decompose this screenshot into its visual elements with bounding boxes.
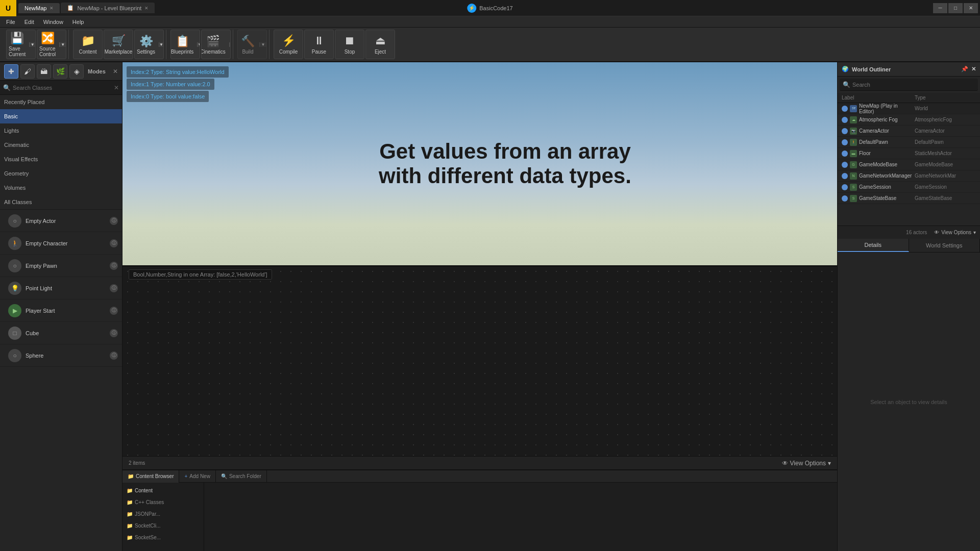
- mode-foliage-btn[interactable]: 🌿: [53, 64, 67, 79]
- tab-add-new[interactable]: + Add New: [179, 470, 215, 483]
- list-item-empty-pawn[interactable]: ○ Empty Pawn ⓘ: [0, 255, 122, 277]
- outliner-title: World Outliner: [852, 66, 891, 72]
- outliner-item-atm-fog[interactable]: ☁ Atmospheric Fog AtmosphericFog: [838, 114, 980, 126]
- menu-window[interactable]: Window: [39, 18, 67, 26]
- search-clear-icon[interactable]: ✕: [114, 84, 119, 91]
- viewport[interactable]: Index:2 Type: String value:HelloWorld In…: [122, 62, 837, 265]
- build-button[interactable]: 🔨 Build ▼: [237, 30, 267, 59]
- source-arrow[interactable]: ▼: [59, 42, 66, 47]
- outliner-item-newmap[interactable]: 🗺 NewMap (Play in Editor) World: [838, 103, 980, 114]
- mode-landscape-btn[interactable]: 🏔: [37, 64, 51, 79]
- search-input[interactable]: [13, 85, 112, 91]
- outliner-netmgr-label: GameNetworkManager: [859, 173, 913, 179]
- outliner-item-gamesession[interactable]: S GameSession GameSession: [838, 182, 980, 193]
- minimize-button[interactable]: ─: [933, 3, 947, 13]
- tab-newmap-close[interactable]: ✕: [50, 6, 54, 11]
- tab-level-blueprint[interactable]: 📋 NewMap - Level Blueprint ✕: [61, 3, 155, 13]
- sidebar-item-jsonpar[interactable]: 📁 JSONPar...: [122, 508, 204, 519]
- eject-button[interactable]: ⏏ Eject: [365, 30, 395, 59]
- empty-character-info[interactable]: ⓘ: [110, 239, 118, 247]
- tab-newmap-label: NewMap: [24, 5, 46, 11]
- cinematics-arrow[interactable]: ▼: [229, 42, 231, 47]
- list-item-empty-character[interactable]: 🚶 Empty Character ⓘ: [0, 232, 122, 255]
- netmgr-type-icon: N: [850, 172, 857, 180]
- outliner-search-input[interactable]: [852, 82, 975, 88]
- save-label: Save Current: [9, 46, 26, 57]
- outliner-item-gamemode[interactable]: G GameModeBase GameModeBase: [838, 159, 980, 170]
- sidebar-item-content[interactable]: 📁 Content: [122, 485, 204, 496]
- cinematics-button[interactable]: 🎬 Cinematics ▼: [201, 30, 231, 59]
- modes-close[interactable]: ✕: [113, 68, 118, 75]
- viewport-title: Get values from an array with different …: [379, 139, 631, 189]
- tab-search-folder[interactable]: 🔍 Search Folder: [216, 470, 267, 483]
- menu-edit[interactable]: Edit: [20, 18, 38, 26]
- list-item-point-light[interactable]: 💡 Point Light ⓘ: [0, 277, 122, 299]
- save-current-button[interactable]: 💾 Save Current ▼: [6, 30, 36, 59]
- view-options-button[interactable]: 👁 View Options ▾: [782, 460, 831, 467]
- sidebar-item-socketse[interactable]: 📁 SocketSe...: [122, 532, 204, 543]
- list-item-player-start[interactable]: ▶ Player Start ⓘ: [0, 299, 122, 322]
- build-arrow[interactable]: ▼: [259, 42, 266, 47]
- cube-info[interactable]: ⓘ: [110, 329, 118, 337]
- content-browser-icon: 📁: [128, 473, 134, 479]
- category-volumes[interactable]: Volumes: [0, 181, 122, 195]
- actors-count: 16 actors: [902, 229, 931, 236]
- stop-button[interactable]: ⏹ Stop: [335, 30, 364, 59]
- list-item-cube[interactable]: □ Cube ⓘ: [0, 322, 122, 344]
- compile-button[interactable]: ⚡ Compile: [274, 30, 303, 59]
- category-lights[interactable]: Lights: [0, 123, 122, 138]
- tab-blueprint-close[interactable]: ✕: [144, 6, 149, 11]
- maximize-button[interactable]: □: [948, 3, 963, 13]
- category-cinematic[interactable]: Cinematic: [0, 138, 122, 152]
- sidebar-item-socketcli[interactable]: 📁 SocketCli...: [122, 520, 204, 531]
- list-item-sphere[interactable]: ○ Sphere ⓘ: [0, 344, 122, 367]
- settings-arrow[interactable]: ▼: [159, 42, 163, 47]
- category-visual-effects[interactable]: Visual Effects: [0, 152, 122, 166]
- pause-button[interactable]: ⏸ Pause: [304, 30, 334, 59]
- category-all-classes[interactable]: All Classes: [0, 195, 122, 209]
- atm-type-icon: ☁: [850, 116, 857, 123]
- settings-button[interactable]: ⚙️ Settings ▼: [134, 30, 164, 59]
- blueprints-arrow[interactable]: ▼: [197, 42, 200, 47]
- tab-details[interactable]: Details: [838, 239, 909, 252]
- mode-paint-btn[interactable]: 🖌: [20, 64, 35, 79]
- category-geometry[interactable]: Geometry: [0, 166, 122, 181]
- empty-actor-info[interactable]: ⓘ: [110, 217, 118, 225]
- outliner-item-floor[interactable]: ▬ Floor StaticMeshActor: [838, 148, 980, 159]
- outliner-close[interactable]: ✕: [971, 66, 976, 72]
- mode-geometry-btn[interactable]: ◈: [69, 64, 84, 79]
- sidebar-item-cpp[interactable]: 📁 C++ Classes: [122, 496, 204, 508]
- category-basic[interactable]: Basic: [0, 109, 122, 123]
- list-item-empty-actor[interactable]: ○ Empty Actor ⓘ: [0, 210, 122, 232]
- empty-pawn-info[interactable]: ⓘ: [110, 262, 118, 270]
- source-control-button[interactable]: 🔀 Source Control ▼: [37, 30, 66, 59]
- sphere-info[interactable]: ⓘ: [110, 352, 118, 360]
- point-light-info[interactable]: ⓘ: [110, 284, 118, 292]
- mode-place-btn[interactable]: ✚: [4, 64, 18, 79]
- blueprints-button[interactable]: 📋 Blueprints ▼: [170, 30, 200, 59]
- outliner-item-gamestate[interactable]: S GameStateBase GameStateBase: [838, 193, 980, 204]
- outliner-view-options-btn[interactable]: 👁 View Options ▾: [934, 230, 976, 235]
- add-new-icon: +: [184, 473, 187, 479]
- close-button[interactable]: ✕: [964, 3, 978, 13]
- player-start-label: Player Start: [26, 308, 106, 314]
- outliner-camera-label: CameraActor: [859, 128, 913, 134]
- menu-file[interactable]: File: [2, 18, 19, 26]
- category-recently-placed[interactable]: Recently Placed: [0, 95, 122, 109]
- marketplace-button[interactable]: 🛒 Marketplace: [104, 30, 133, 59]
- outliner-camera-type: CameraActor: [915, 128, 976, 134]
- tab-newmap[interactable]: NewMap ✕: [18, 3, 60, 13]
- tab-world-settings[interactable]: World Settings: [909, 239, 981, 252]
- outliner-item-defaultpawn[interactable]: 🚶 DefaultPawn DefaultPawn: [838, 137, 980, 148]
- index-output-2: Index:2 Type: String value:HelloWorld: [127, 66, 229, 78]
- view-options2-label: View Options: [941, 230, 971, 235]
- content-button[interactable]: 📁 Content: [73, 30, 103, 59]
- save-arrow[interactable]: ▼: [29, 42, 35, 47]
- outliner-item-netmgr[interactable]: N GameNetworkManager GameNetworkMar: [838, 170, 980, 182]
- tab-content-browser[interactable]: 📁 Content Browser: [122, 470, 179, 483]
- outliner-item-camera[interactable]: 📷 CameraActor CameraActor: [838, 126, 980, 137]
- player-start-info[interactable]: ⓘ: [110, 307, 118, 315]
- blueprint-canvas[interactable]: Bool,Number,String in one Array: [false,…: [122, 265, 837, 469]
- menu-help[interactable]: Help: [68, 18, 88, 26]
- outliner-pin[interactable]: 📌: [961, 66, 968, 72]
